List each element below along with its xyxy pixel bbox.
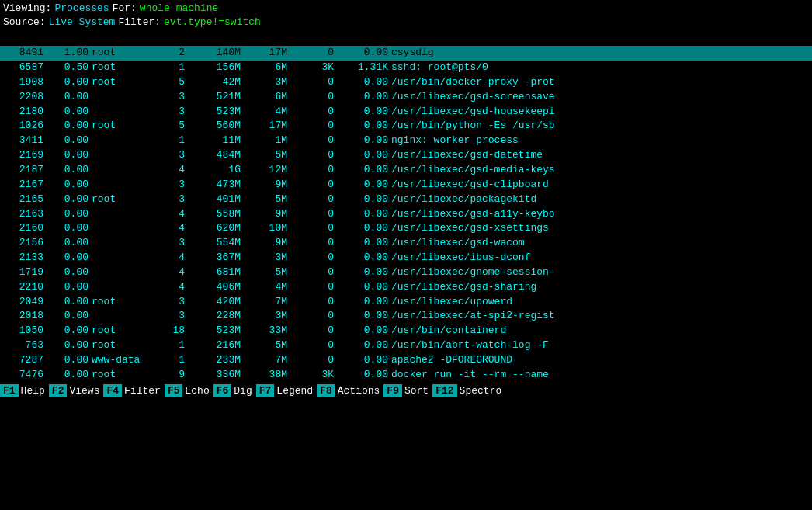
- cell-net: 0.00: [335, 119, 390, 134]
- table-row[interactable]: 1050 0.00 root 18 523M 33M 0 0.00 /usr/b…: [0, 324, 812, 338]
- footer-key: F5: [165, 384, 183, 397]
- cell-virt: 11M: [186, 134, 242, 148]
- table-row[interactable]: 2180 0.00 3 523M 4M 0 0.00 /usr/libexec/…: [0, 105, 812, 120]
- table-row[interactable]: 7476 0.00 root 9 336M 38M 3K 0.00 docker…: [0, 368, 812, 383]
- table-row[interactable]: 2018 0.00 3 228M 3M 0 0.00 /usr/libexec/…: [0, 309, 812, 324]
- cell-cpu: 0.00: [45, 163, 90, 178]
- cell-file: 0: [289, 236, 335, 251]
- cell-net: 1.31K: [335, 61, 390, 75]
- footer-label: Sort: [402, 384, 431, 397]
- cell-cpu: 0.00: [45, 105, 90, 120]
- cell-virt: 1G: [186, 163, 242, 178]
- footer-item-f1[interactable]: F1Help: [0, 384, 47, 397]
- cell-res: 1M: [242, 134, 289, 148]
- table-row[interactable]: 1908 0.00 root 5 42M 3M 0 0.00 /usr/bin/…: [0, 75, 812, 90]
- cell-cpu: 0.00: [45, 251, 90, 265]
- col-header-cmd[interactable]: Command: [390, 31, 812, 46]
- cell-res: 9M: [242, 178, 289, 193]
- cell-th: 4: [154, 265, 186, 280]
- cell-cmd: /usr/libexec/gnome-session-: [390, 265, 812, 280]
- table-row[interactable]: 2133 0.00 4 367M 3M 0 0.00 /usr/libexec/…: [0, 251, 812, 265]
- table-row[interactable]: 1719 0.00 4 681M 5M 0 0.00 /usr/libexec/…: [0, 265, 812, 280]
- cell-virt: 216M: [186, 338, 242, 353]
- cell-user: [90, 148, 154, 163]
- cell-user: [90, 178, 154, 193]
- cell-file: 0: [289, 207, 335, 222]
- cell-cmd: /usr/libexec/ibus-dconf: [390, 251, 812, 265]
- table-row[interactable]: 7287 0.00 www-data 1 233M 7M 0 0.00 apac…: [0, 353, 812, 368]
- cell-res: 5M: [242, 193, 289, 207]
- cell-cpu: 0.00: [45, 265, 90, 280]
- cell-net: 0.00: [335, 324, 390, 338]
- cell-pid: 7476: [0, 368, 45, 383]
- cell-file: 0: [289, 148, 335, 163]
- footer-item-f2[interactable]: F2Views: [49, 384, 102, 397]
- footer-key: F4: [103, 384, 122, 397]
- col-header-th[interactable]: TH: [154, 31, 186, 46]
- cell-cpu: 0.00: [45, 134, 90, 148]
- cell-file: 0: [289, 134, 335, 148]
- cell-th: 4: [154, 163, 186, 178]
- table-row[interactable]: 1026 0.00 root 5 560M 17M 0 0.00 /usr/bi…: [0, 119, 812, 134]
- table-row[interactable]: 3411 0.00 1 11M 1M 0 0.00 nginx: worker …: [0, 134, 812, 148]
- footer-item-f8[interactable]: F8Actions: [317, 384, 382, 397]
- col-header-cpu[interactable]: CPU: [45, 31, 90, 46]
- cell-net: 0.00: [335, 46, 390, 61]
- cell-net: 0.00: [335, 251, 390, 265]
- cell-pid: 2049: [0, 295, 45, 310]
- cell-user: [90, 309, 154, 324]
- cell-cpu: 0.00: [45, 75, 90, 90]
- table-row[interactable]: 8491 1.00 root 2 140M 17M 0 0.00 csysdig: [0, 46, 812, 61]
- col-header-net[interactable]: NET: [335, 31, 390, 46]
- table-row[interactable]: 2169 0.00 3 484M 5M 0 0.00 /usr/libexec/…: [0, 148, 812, 163]
- col-header-user[interactable]: USER: [90, 31, 154, 46]
- table-row[interactable]: 2163 0.00 4 558M 9M 0 0.00 /usr/libexec/…: [0, 207, 812, 222]
- for-value: whole machine: [140, 2, 218, 16]
- cell-res: 7M: [242, 295, 289, 310]
- cell-user: root: [90, 75, 154, 90]
- cell-cpu: 0.00: [45, 353, 90, 368]
- cell-cmd: /usr/libexec/gsd-clipboard: [390, 178, 812, 193]
- cell-pid: 1719: [0, 265, 45, 280]
- footer-item-f4[interactable]: F4Filter: [103, 384, 162, 397]
- cell-file: 0: [289, 119, 335, 134]
- cell-virt: 521M: [186, 90, 242, 105]
- col-header-file[interactable]: FILE: [289, 31, 335, 46]
- footer-label: Legend: [274, 384, 315, 397]
- table-row[interactable]: 2160 0.00 4 620M 10M 0 0.00 /usr/libexec…: [0, 221, 812, 236]
- table-row[interactable]: 2049 0.00 root 3 420M 7M 0 0.00 /usr/lib…: [0, 295, 812, 310]
- table-row[interactable]: 2187 0.00 4 1G 12M 0 0.00 /usr/libexec/g…: [0, 163, 812, 178]
- footer-item-f5[interactable]: F5Echo: [165, 384, 212, 397]
- col-header-pid[interactable]: PID: [0, 31, 45, 46]
- cell-user: [90, 105, 154, 120]
- cell-net: 0.00: [335, 105, 390, 120]
- cell-cmd: /usr/libexec/gsd-housekeepi: [390, 105, 812, 120]
- footer-item-f6[interactable]: F6Dig: [213, 384, 255, 397]
- col-header-res[interactable]: RES: [242, 31, 289, 46]
- table-row[interactable]: 2210 0.00 4 406M 4M 0 0.00 /usr/libexec/…: [0, 280, 812, 295]
- cell-file: 0: [289, 251, 335, 265]
- cell-cpu: 1.00: [45, 46, 90, 61]
- cell-res: 3M: [242, 75, 289, 90]
- table-row[interactable]: 2167 0.00 3 473M 9M 0 0.00 /usr/libexec/…: [0, 178, 812, 193]
- cell-cmd: nginx: worker process: [390, 134, 812, 148]
- table-row[interactable]: 2156 0.00 3 554M 9M 0 0.00 /usr/libexec/…: [0, 236, 812, 251]
- footer-item-f12[interactable]: F12Spectro: [432, 384, 504, 397]
- footer-item-f9[interactable]: F9Sort: [383, 384, 431, 397]
- cell-th: 5: [154, 119, 186, 134]
- cell-file: 0: [289, 265, 335, 280]
- cell-cpu: 0.00: [45, 338, 90, 353]
- cell-virt: 233M: [186, 353, 242, 368]
- cell-th: 3: [154, 236, 186, 251]
- cell-pid: 1908: [0, 75, 45, 90]
- col-header-virt[interactable]: VIRT: [186, 31, 242, 46]
- cell-th: 1: [154, 353, 186, 368]
- table-row[interactable]: 763 0.00 root 1 216M 5M 0 0.00 /usr/bin/…: [0, 338, 812, 353]
- cell-file: 0: [289, 163, 335, 178]
- footer-item-f7[interactable]: F7Legend: [256, 384, 315, 397]
- viewing-value: Processes: [54, 2, 109, 16]
- cell-cpu: 0.00: [45, 90, 90, 105]
- table-row[interactable]: 6587 0.50 root 1 156M 6M 3K 1.31K sshd: …: [0, 61, 812, 75]
- table-row[interactable]: 2165 0.00 root 3 401M 5M 0 0.00 /usr/lib…: [0, 193, 812, 207]
- table-row[interactable]: 2208 0.00 3 521M 6M 0 0.00 /usr/libexec/…: [0, 90, 812, 105]
